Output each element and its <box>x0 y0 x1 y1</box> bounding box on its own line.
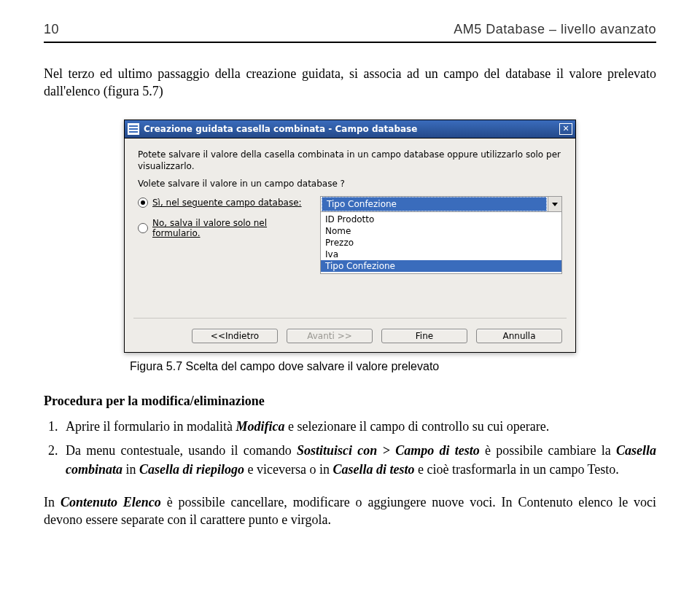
radio-yes[interactable]: Sì, nel seguente campo database: <box>138 198 306 208</box>
intro-paragraph: Nel terzo ed ultimo passaggio della crea… <box>44 65 656 101</box>
radio-icon <box>138 198 148 208</box>
radio-no[interactable]: No, salva il valore solo nel formulario. <box>138 218 306 238</box>
page-number: 10 <box>44 22 59 37</box>
closing-paragraph: In Contenuto Elenco è possibile cancella… <box>44 493 656 529</box>
chevron-down-icon[interactable] <box>548 197 561 211</box>
list-item[interactable]: Nome <box>321 225 561 237</box>
button-row: <<Indietro Avanti >> Fine Annulla <box>138 326 562 343</box>
cancel-button[interactable]: Annulla <box>476 329 562 343</box>
dialog-intro: Potete salvare il valore della casella c… <box>138 149 562 173</box>
list-item[interactable]: Iva <box>321 249 561 260</box>
figure-caption: Figura 5.7 Scelta del campo dove salvare… <box>130 360 656 373</box>
radio-no-label: No, salva il valore solo nel formulario. <box>152 218 306 238</box>
back-button[interactable]: <<Indietro <box>192 329 278 343</box>
dialog-question: Volete salvare il valore in un campo dat… <box>138 179 562 189</box>
close-icon[interactable]: ✕ <box>559 123 572 135</box>
window-title: Creazione guidata casella combinata - Ca… <box>144 124 559 134</box>
page-header: 10 AM5 Database – livello avanzato <box>44 22 656 37</box>
procedure-list: Aprire il formulario in modalità Modific… <box>61 418 656 479</box>
combo-selected-value: Tipo Confezione <box>322 197 547 211</box>
radio-yes-label: Sì, nel seguente campo database: <box>152 198 302 208</box>
dialog-separator <box>133 318 567 319</box>
header-rule <box>44 42 656 43</box>
doc-title: AM5 Database – livello avanzato <box>454 22 656 37</box>
titlebar: Creazione guidata casella combinata - Ca… <box>125 120 575 138</box>
field-combobox[interactable]: Tipo Confezione ID Prodotto Nome Prezzo … <box>320 196 562 274</box>
dialog-window: Creazione guidata casella combinata - Ca… <box>124 120 576 353</box>
list-item: Da menu contestuale, usando il comando S… <box>61 442 656 478</box>
list-item[interactable]: Prezzo <box>321 237 561 249</box>
list-item: Aprire il formulario in modalità Modific… <box>61 418 656 436</box>
document-icon <box>128 123 139 135</box>
procedure-heading: Procedura per la modifica/eliminazione <box>44 394 656 409</box>
combo-dropdown-list: ID Prodotto Nome Prezzo Iva Tipo Confezi… <box>321 212 561 273</box>
finish-button[interactable]: Fine <box>381 329 467 343</box>
list-item[interactable]: ID Prodotto <box>321 214 561 225</box>
radio-icon <box>138 223 148 233</box>
list-item[interactable]: Tipo Confezione <box>321 260 561 272</box>
next-button: Avanti >> <box>287 329 373 343</box>
